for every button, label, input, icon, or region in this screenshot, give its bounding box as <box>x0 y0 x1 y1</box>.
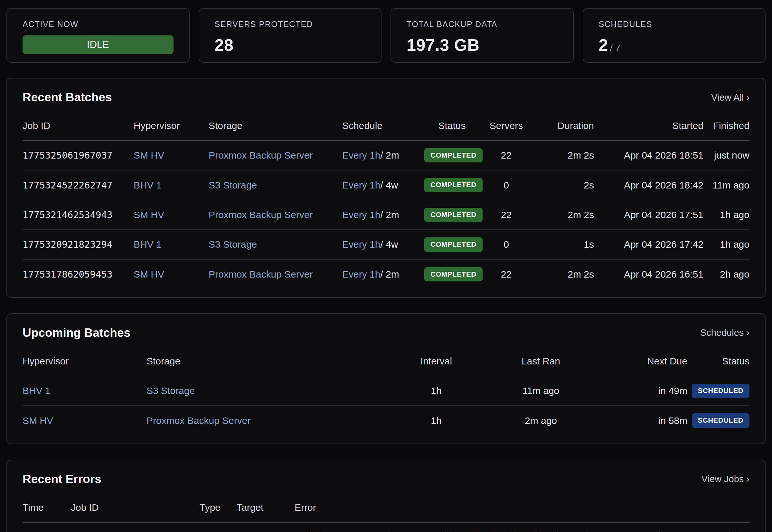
job-id-cell: 1775325061967037 <box>23 141 133 170</box>
recent-errors-panel: Recent Errors View Jobs › Time Job ID Ty… <box>6 460 766 532</box>
stat-card-total-backup-data: TOTAL BACKUP DATA 197.3 GB <box>391 8 574 63</box>
table-row: 1775325061967037 SM HV Proxmox Backup Se… <box>23 141 749 170</box>
hypervisor-link[interactable]: SM HV <box>133 150 164 161</box>
schedules-value: 2/ 7 <box>599 35 750 55</box>
col-interval: Interval <box>404 349 468 376</box>
col-target: Target <box>237 495 295 522</box>
schedules-active-count: 2 <box>599 36 608 54</box>
view-all-link[interactable]: View All › <box>711 92 749 103</box>
schedule-retention: / 4w <box>380 239 398 250</box>
col-hypervisor: Hypervisor <box>133 113 209 141</box>
col-storage: Storage <box>146 349 404 376</box>
stat-card-active-now: ACTIVE NOW IDLE <box>6 8 189 63</box>
status-badge: COMPLETED <box>424 267 482 281</box>
upcoming-batches-header-row: Hypervisor Storage Interval Last Ran Nex… <box>23 349 749 376</box>
finished-cell: 11m ago <box>703 170 749 200</box>
duration-cell: 2m 2s <box>533 260 594 289</box>
interval-cell: 1h <box>404 406 468 435</box>
recent-errors-header-row: Time Job ID Type Target Error <box>23 495 749 522</box>
upcoming-batches-header: Upcoming Batches Schedules › <box>23 326 749 340</box>
schedule-link[interactable]: Every 1h <box>342 209 380 220</box>
servers-cell: 22 <box>480 260 533 289</box>
schedule-link[interactable]: Every 1h <box>342 150 380 161</box>
started-cell: Apr 04 2026 17:42 <box>594 230 703 259</box>
storage-link[interactable]: Proxmox Backup Server <box>209 269 313 280</box>
recent-batches-header: Recent Batches View All › <box>23 91 749 104</box>
table-row: 1775324522262747 BHV 1 S3 Storage Every … <box>23 170 749 200</box>
schedules-label: SCHEDULES <box>599 20 750 29</box>
status-badge: SCHEDULED <box>692 413 749 427</box>
recent-batches-panel: Recent Batches View All › Job ID Hypervi… <box>6 78 766 298</box>
schedule-link[interactable]: Every 1h <box>342 269 380 280</box>
active-now-label: ACTIVE NOW <box>23 20 173 29</box>
recent-batches-header-row: Job ID Hypervisor Storage Schedule Statu… <box>23 113 749 141</box>
schedules-link[interactable]: Schedules › <box>700 327 749 338</box>
table-row: SM HV Proxmox Backup Server 1h 2m ago in… <box>23 406 749 435</box>
stat-card-servers-protected: SERVERS PROTECTED 28 <box>199 8 382 63</box>
recent-errors-header: Recent Errors View Jobs › <box>23 472 749 486</box>
schedule-link[interactable]: Every 1h <box>342 239 380 250</box>
table-row: BHV 1 S3 Storage 1h 11m ago in 49m SCHED… <box>23 376 749 406</box>
col-time: Time <box>23 495 71 522</box>
status-badge: SCHEDULED <box>692 384 749 398</box>
hypervisor-link[interactable]: SM HV <box>133 209 164 220</box>
recent-batches-title: Recent Batches <box>23 91 112 104</box>
col-hypervisor: Hypervisor <box>23 349 146 376</box>
col-job-id: Job ID <box>71 495 183 522</box>
started-cell: Apr 04 2026 17:51 <box>594 200 703 230</box>
finished-cell: 2h ago <box>703 260 749 289</box>
status-badge: COMPLETED <box>424 237 482 252</box>
storage-link[interactable]: Proxmox Backup Server <box>209 209 313 220</box>
schedule-retention: / 2m <box>380 209 399 220</box>
hypervisor-link[interactable]: SM HV <box>133 269 164 280</box>
duration-cell: 2s <box>533 170 594 200</box>
col-finished: Finished <box>703 113 749 141</box>
total-backup-label: TOTAL BACKUP DATA <box>407 20 557 29</box>
recent-batches-table: Job ID Hypervisor Storage Schedule Statu… <box>23 113 749 289</box>
storage-link[interactable]: S3 Storage <box>209 239 257 250</box>
upcoming-batches-title: Upcoming Batches <box>23 326 130 340</box>
storage-link[interactable]: S3 Storage <box>209 180 257 190</box>
duration-cell: 2m 2s <box>533 200 594 230</box>
col-next-due: Next Due <box>613 349 687 376</box>
hypervisor-link[interactable]: BHV 1 <box>133 180 161 190</box>
storage-link[interactable]: S3 Storage <box>146 385 195 396</box>
col-started: Started <box>594 113 703 141</box>
col-type: Type <box>183 495 237 522</box>
started-cell: Apr 04 2026 18:51 <box>594 141 703 170</box>
table-row: 3d ago 1775054045677677 BATCH SM HV Fail… <box>23 522 749 532</box>
time-cell: 3d ago <box>23 522 71 532</box>
storage-link[interactable]: Proxmox Backup Server <box>209 150 313 161</box>
col-last-ran: Last Ran <box>468 349 613 376</box>
hypervisor-link[interactable]: SM HV <box>23 415 53 426</box>
hypervisor-link[interactable]: BHV 1 <box>133 239 161 250</box>
col-status: Status <box>424 113 480 141</box>
total-backup-value: 197.3 GB <box>407 35 557 55</box>
job-id-cell: 1775324522262747 <box>23 170 133 200</box>
job-id-cell: 1775320921823294 <box>23 230 133 259</box>
col-servers: Servers <box>480 113 533 141</box>
col-storage: Storage <box>209 113 342 141</box>
schedule-link[interactable]: Every 1h <box>342 180 380 190</box>
stat-card-schedules: SCHEDULES 2/ 7 <box>583 8 766 63</box>
servers-cell: 22 <box>480 200 533 230</box>
idle-status-button[interactable]: IDLE <box>23 35 173 54</box>
servers-cell: 0 <box>480 230 533 259</box>
servers-protected-value: 28 <box>215 35 366 55</box>
status-badge: COMPLETED <box>424 208 482 222</box>
table-row: 1775317862059453 SM HV Proxmox Backup Se… <box>23 260 749 289</box>
storage-link[interactable]: Proxmox Backup Server <box>146 415 251 426</box>
error-message: Failed to process results: Object of cla… <box>295 522 749 532</box>
view-jobs-link[interactable]: View Jobs › <box>702 474 749 484</box>
upcoming-batches-table: Hypervisor Storage Interval Last Ran Nex… <box>23 349 749 435</box>
last-ran-cell: 2m ago <box>468 406 613 435</box>
table-row: 1775321462534943 SM HV Proxmox Backup Se… <box>23 200 749 230</box>
job-id-cell: 1775054045677677 <box>71 522 183 532</box>
col-job-id: Job ID <box>23 113 133 141</box>
finished-cell: just now <box>703 141 749 170</box>
next-due-cell: in 49m <box>613 376 687 406</box>
job-id-cell: 1775321462534943 <box>23 200 133 230</box>
job-id-cell: 1775317862059453 <box>23 260 133 289</box>
col-duration: Duration <box>533 113 594 141</box>
hypervisor-link[interactable]: BHV 1 <box>23 385 51 396</box>
